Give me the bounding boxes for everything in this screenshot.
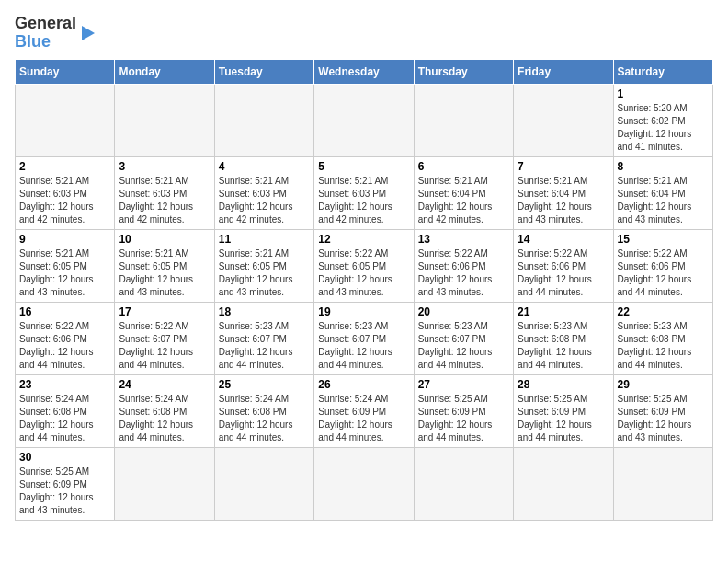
calendar-cell: 4Sunrise: 5:21 AM Sunset: 6:03 PM Daylig… bbox=[214, 156, 313, 229]
day-info: Sunrise: 5:23 AM Sunset: 6:08 PM Dayligh… bbox=[518, 320, 609, 372]
day-number: 8 bbox=[618, 160, 709, 173]
day-info: Sunrise: 5:21 AM Sunset: 6:05 PM Dayligh… bbox=[119, 247, 210, 299]
day-number: 24 bbox=[119, 378, 210, 391]
calendar-cell bbox=[314, 447, 414, 520]
day-info: Sunrise: 5:23 AM Sunset: 6:08 PM Dayligh… bbox=[618, 320, 709, 372]
calendar-cell: 28Sunrise: 5:25 AM Sunset: 6:09 PM Dayli… bbox=[514, 374, 613, 447]
day-number: 21 bbox=[518, 305, 609, 318]
logo-triangle-icon bbox=[78, 24, 97, 42]
calendar-cell: 3Sunrise: 5:21 AM Sunset: 6:03 PM Daylig… bbox=[115, 156, 214, 229]
day-info: Sunrise: 5:22 AM Sunset: 6:05 PM Dayligh… bbox=[318, 247, 409, 299]
day-number: 18 bbox=[219, 305, 310, 318]
day-number: 10 bbox=[119, 233, 210, 246]
calendar-cell: 15Sunrise: 5:22 AM Sunset: 6:06 PM Dayli… bbox=[613, 229, 712, 302]
calendar-row-2: 2Sunrise: 5:21 AM Sunset: 6:03 PM Daylig… bbox=[16, 156, 713, 229]
calendar-cell: 16Sunrise: 5:22 AM Sunset: 6:06 PM Dayli… bbox=[16, 302, 115, 374]
calendar-cell: 1Sunrise: 5:20 AM Sunset: 6:02 PM Daylig… bbox=[613, 84, 712, 156]
calendar-cell: 24Sunrise: 5:24 AM Sunset: 6:08 PM Dayli… bbox=[115, 374, 214, 447]
day-number: 3 bbox=[119, 160, 210, 173]
calendar-table: SundayMondayTuesdayWednesdayThursdayFrid… bbox=[15, 59, 713, 521]
weekday-header-sunday: Sunday bbox=[16, 59, 115, 84]
calendar-cell: 19Sunrise: 5:23 AM Sunset: 6:07 PM Dayli… bbox=[314, 302, 414, 374]
calendar-cell: 22Sunrise: 5:23 AM Sunset: 6:08 PM Dayli… bbox=[613, 302, 712, 374]
calendar-row-4: 16Sunrise: 5:22 AM Sunset: 6:06 PM Dayli… bbox=[16, 302, 713, 374]
day-info: Sunrise: 5:24 AM Sunset: 6:08 PM Dayligh… bbox=[119, 393, 210, 444]
calendar-cell bbox=[514, 84, 613, 156]
day-number: 11 bbox=[219, 233, 310, 246]
calendar-cell: 9Sunrise: 5:21 AM Sunset: 6:05 PM Daylig… bbox=[16, 229, 115, 302]
svg-marker-0 bbox=[82, 26, 95, 40]
calendar-cell: 6Sunrise: 5:21 AM Sunset: 6:04 PM Daylig… bbox=[414, 156, 513, 229]
day-number: 1 bbox=[618, 87, 709, 100]
day-number: 23 bbox=[19, 378, 110, 391]
calendar-cell: 30Sunrise: 5:25 AM Sunset: 6:09 PM Dayli… bbox=[16, 447, 115, 520]
calendar-cell: 27Sunrise: 5:25 AM Sunset: 6:09 PM Dayli… bbox=[414, 374, 513, 447]
day-number: 12 bbox=[318, 233, 409, 246]
day-info: Sunrise: 5:21 AM Sunset: 6:03 PM Dayligh… bbox=[318, 175, 409, 226]
calendar-cell: 7Sunrise: 5:21 AM Sunset: 6:04 PM Daylig… bbox=[514, 156, 613, 229]
calendar-cell: 21Sunrise: 5:23 AM Sunset: 6:08 PM Dayli… bbox=[514, 302, 613, 374]
weekday-header-monday: Monday bbox=[115, 59, 214, 84]
calendar-cell: 2Sunrise: 5:21 AM Sunset: 6:03 PM Daylig… bbox=[16, 156, 115, 229]
day-number: 28 bbox=[518, 378, 609, 391]
day-info: Sunrise: 5:21 AM Sunset: 6:04 PM Dayligh… bbox=[418, 175, 509, 226]
day-info: Sunrise: 5:22 AM Sunset: 6:07 PM Dayligh… bbox=[119, 320, 210, 372]
weekday-header-saturday: Saturday bbox=[613, 59, 712, 84]
day-info: Sunrise: 5:25 AM Sunset: 6:09 PM Dayligh… bbox=[618, 393, 709, 444]
day-info: Sunrise: 5:24 AM Sunset: 6:09 PM Dayligh… bbox=[318, 393, 409, 444]
calendar-cell: 11Sunrise: 5:21 AM Sunset: 6:05 PM Dayli… bbox=[214, 229, 313, 302]
calendar-cell: 12Sunrise: 5:22 AM Sunset: 6:05 PM Dayli… bbox=[314, 229, 414, 302]
day-info: Sunrise: 5:21 AM Sunset: 6:04 PM Dayligh… bbox=[618, 175, 709, 226]
day-info: Sunrise: 5:23 AM Sunset: 6:07 PM Dayligh… bbox=[219, 320, 310, 372]
day-info: Sunrise: 5:21 AM Sunset: 6:05 PM Dayligh… bbox=[19, 247, 110, 299]
calendar-row-3: 9Sunrise: 5:21 AM Sunset: 6:05 PM Daylig… bbox=[16, 229, 713, 302]
day-number: 16 bbox=[19, 305, 110, 318]
logo-text-general: GeneralBlue bbox=[15, 15, 76, 52]
calendar-cell: 25Sunrise: 5:24 AM Sunset: 6:08 PM Dayli… bbox=[214, 374, 313, 447]
calendar-cell: 23Sunrise: 5:24 AM Sunset: 6:08 PM Dayli… bbox=[16, 374, 115, 447]
day-info: Sunrise: 5:20 AM Sunset: 6:02 PM Dayligh… bbox=[618, 102, 709, 154]
calendar-row-1: 1Sunrise: 5:20 AM Sunset: 6:02 PM Daylig… bbox=[16, 84, 713, 156]
day-info: Sunrise: 5:21 AM Sunset: 6:05 PM Dayligh… bbox=[219, 247, 310, 299]
calendar-row-5: 23Sunrise: 5:24 AM Sunset: 6:08 PM Dayli… bbox=[16, 374, 713, 447]
day-info: Sunrise: 5:22 AM Sunset: 6:06 PM Dayligh… bbox=[418, 247, 509, 299]
day-info: Sunrise: 5:22 AM Sunset: 6:06 PM Dayligh… bbox=[618, 247, 709, 299]
day-info: Sunrise: 5:25 AM Sunset: 6:09 PM Dayligh… bbox=[19, 465, 110, 517]
calendar-cell: 18Sunrise: 5:23 AM Sunset: 6:07 PM Dayli… bbox=[214, 302, 313, 374]
day-info: Sunrise: 5:21 AM Sunset: 6:03 PM Dayligh… bbox=[219, 175, 310, 226]
calendar-cell: 26Sunrise: 5:24 AM Sunset: 6:09 PM Dayli… bbox=[314, 374, 414, 447]
day-number: 19 bbox=[318, 305, 409, 318]
day-info: Sunrise: 5:22 AM Sunset: 6:06 PM Dayligh… bbox=[518, 247, 609, 299]
day-number: 7 bbox=[518, 160, 609, 173]
weekday-header-friday: Friday bbox=[514, 59, 613, 84]
day-number: 15 bbox=[618, 233, 709, 246]
day-number: 26 bbox=[318, 378, 409, 391]
day-info: Sunrise: 5:25 AM Sunset: 6:09 PM Dayligh… bbox=[418, 393, 509, 444]
day-info: Sunrise: 5:23 AM Sunset: 6:07 PM Dayligh… bbox=[418, 320, 509, 372]
calendar-cell bbox=[115, 447, 214, 520]
day-info: Sunrise: 5:21 AM Sunset: 6:04 PM Dayligh… bbox=[518, 175, 609, 226]
day-info: Sunrise: 5:24 AM Sunset: 6:08 PM Dayligh… bbox=[19, 393, 110, 444]
calendar-cell bbox=[514, 447, 613, 520]
day-info: Sunrise: 5:21 AM Sunset: 6:03 PM Dayligh… bbox=[119, 175, 210, 226]
weekday-header-row: SundayMondayTuesdayWednesdayThursdayFrid… bbox=[16, 59, 713, 84]
weekday-header-wednesday: Wednesday bbox=[314, 59, 414, 84]
calendar-cell: 14Sunrise: 5:22 AM Sunset: 6:06 PM Dayli… bbox=[514, 229, 613, 302]
day-info: Sunrise: 5:21 AM Sunset: 6:03 PM Dayligh… bbox=[19, 175, 110, 226]
day-number: 22 bbox=[618, 305, 709, 318]
calendar-cell bbox=[414, 447, 513, 520]
day-number: 30 bbox=[19, 451, 110, 464]
day-info: Sunrise: 5:22 AM Sunset: 6:06 PM Dayligh… bbox=[19, 320, 110, 372]
calendar-cell bbox=[16, 84, 115, 156]
day-number: 20 bbox=[418, 305, 509, 318]
day-number: 17 bbox=[119, 305, 210, 318]
logo-text-blue: Blue bbox=[15, 32, 51, 51]
calendar-cell bbox=[314, 84, 414, 156]
calendar-cell bbox=[115, 84, 214, 156]
day-info: Sunrise: 5:23 AM Sunset: 6:07 PM Dayligh… bbox=[318, 320, 409, 372]
logo: GeneralBlue bbox=[15, 15, 97, 52]
calendar-cell: 29Sunrise: 5:25 AM Sunset: 6:09 PM Dayli… bbox=[613, 374, 712, 447]
calendar-cell: 13Sunrise: 5:22 AM Sunset: 6:06 PM Dayli… bbox=[414, 229, 513, 302]
day-number: 6 bbox=[418, 160, 509, 173]
day-info: Sunrise: 5:24 AM Sunset: 6:08 PM Dayligh… bbox=[219, 393, 310, 444]
